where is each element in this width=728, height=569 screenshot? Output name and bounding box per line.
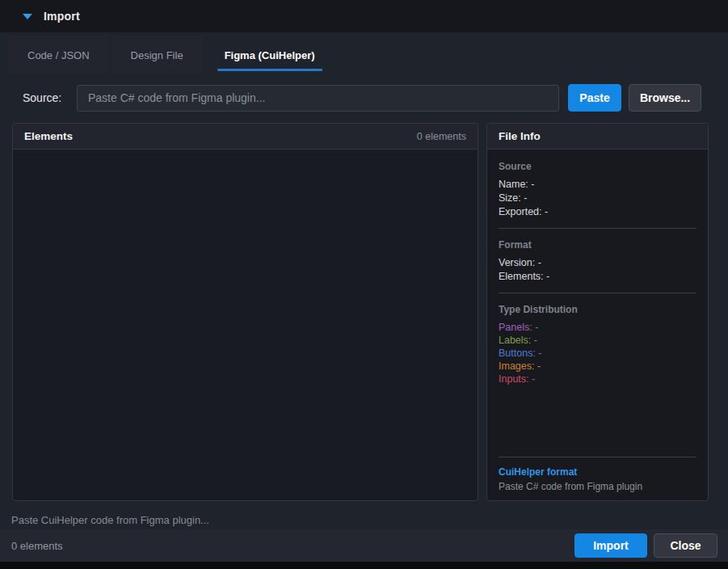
- collapse-arrow-icon[interactable]: [23, 14, 32, 19]
- file-info-footer: CuiHelper format Paste C# code from Figm…: [499, 448, 696, 500]
- type-panels-row: Panels: -: [499, 321, 696, 334]
- elements-panel: Elements 0 elements: [12, 123, 478, 501]
- format-link-hint: Paste C# code from Figma plugin: [499, 481, 696, 492]
- tab-figma-cuihelper[interactable]: Figma (CuiHelper): [205, 36, 335, 74]
- type-images-row: Images: -: [499, 360, 696, 373]
- file-size-row: Size: -: [499, 192, 696, 205]
- import-button[interactable]: Import: [574, 533, 647, 558]
- footer-status-text: 0 elements: [11, 540, 63, 552]
- main-content: Elements 0 elements File Info Source Nam…: [12, 123, 709, 501]
- type-buttons-row: Buttons: -: [499, 347, 696, 360]
- tab-code-json[interactable]: Code / JSON: [8, 36, 109, 74]
- file-name-row: Name: -: [499, 178, 696, 192]
- dialog-footer: 0 elements Import Close: [0, 529, 728, 562]
- elements-panel-header: Elements 0 elements: [13, 124, 478, 150]
- source-input[interactable]: [77, 85, 559, 112]
- file-info-panel: File Info Source Name: - Size: - Exporte…: [486, 123, 709, 501]
- elements-list-area[interactable]: [13, 150, 478, 500]
- elements-count-badge: 0 elements: [417, 131, 466, 142]
- file-info-header: File Info: [487, 124, 708, 150]
- close-button[interactable]: Close: [654, 533, 717, 558]
- source-section-heading: Source: [499, 161, 696, 172]
- source-label: Source:: [23, 91, 77, 104]
- format-section-heading: Format: [499, 239, 696, 251]
- file-exported-row: Exported: -: [499, 205, 696, 219]
- elements-panel-title: Elements: [24, 130, 73, 142]
- format-version-row: Version: -: [499, 256, 696, 270]
- paste-hint-text: Paste CuiHelper code from Figma plugin..…: [11, 510, 728, 529]
- format-elements-row: Elements: -: [499, 270, 696, 284]
- import-dialog: Import Code / JSON Design File Figma (Cu…: [0, 0, 728, 569]
- type-distribution-heading: Type Distribution: [499, 304, 696, 315]
- source-row: Source: Paste Browse...: [23, 84, 728, 112]
- type-labels-row: Labels: -: [499, 334, 696, 347]
- tab-bar: Code / JSON Design File Figma (CuiHelper…: [8, 36, 728, 74]
- paste-button[interactable]: Paste: [568, 84, 621, 112]
- type-inputs-row: Inputs: -: [499, 373, 696, 386]
- section-divider: [499, 228, 696, 229]
- cuihelper-format-link[interactable]: CuiHelper format: [499, 466, 696, 478]
- browse-button[interactable]: Browse...: [629, 84, 701, 112]
- file-info-body: Source Name: - Size: - Exported: - Forma…: [487, 150, 708, 500]
- tab-design-file[interactable]: Design File: [112, 36, 203, 74]
- dialog-title: Import: [44, 10, 80, 23]
- section-divider: [499, 293, 696, 293]
- dialog-titlebar: Import: [0, 0, 728, 32]
- background-edge-strip: [0, 562, 728, 569]
- section-divider: [499, 457, 696, 457]
- file-info-title: File Info: [499, 130, 541, 142]
